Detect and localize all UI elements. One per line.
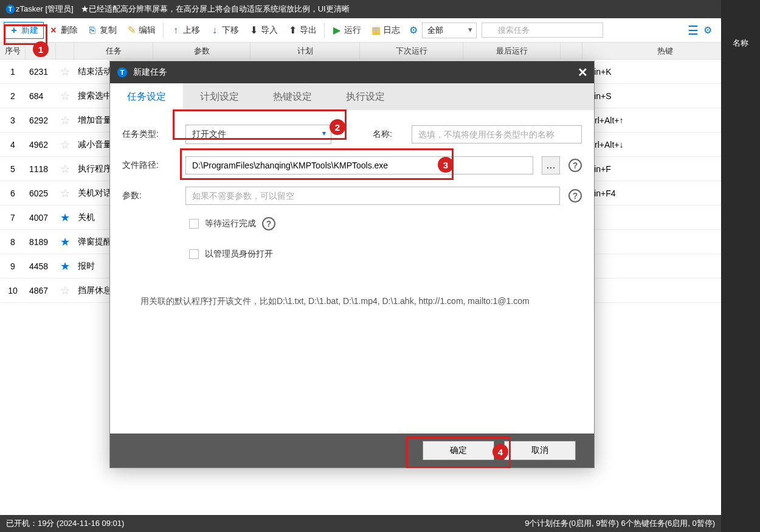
params-label: 参数: — [122, 190, 177, 201]
star-icon: ☆ — [60, 65, 70, 78]
run-label: 运行 — [344, 25, 361, 36]
new-button[interactable]: + 新建 — [4, 22, 44, 39]
edit-button[interactable]: ✎ 编辑 — [122, 22, 161, 38]
task-type-dropdown[interactable]: 打开文件 — [185, 125, 331, 144]
name-input[interactable] — [412, 125, 582, 143]
play-icon: ▶ — [332, 26, 342, 35]
cell-index: 1 — [0, 67, 26, 77]
moveup-button[interactable]: ↑ 上移 — [166, 22, 205, 38]
params-help-icon[interactable]: ? — [568, 189, 582, 202]
filter-dropdown[interactable]: 全部 — [422, 22, 477, 38]
arrow-down-icon: ↓ — [210, 26, 219, 35]
cell-star[interactable]: ☆ — [56, 284, 74, 297]
copy-label: 复制 — [100, 25, 117, 36]
app-logo-icon: T — [5, 4, 16, 15]
gear-icon[interactable]: ⚙ — [409, 26, 418, 35]
moveup-label: 上移 — [183, 25, 200, 36]
browse-button[interactable]: … — [542, 156, 560, 174]
tab-task-settings[interactable]: 任务设定 — [110, 83, 183, 110]
dialog-footer: 确定 取消 — [110, 434, 594, 468]
cell-index: 9 — [0, 261, 26, 271]
cell-index: 3 — [0, 116, 26, 125]
hint-text: 用关联的默认程序打开该文件，比如D:\1.txt, D:\1.bat, D:\1… — [140, 296, 582, 307]
export-button[interactable]: ⬆ 导出 — [283, 22, 322, 38]
cell-star[interactable]: ☆ — [56, 187, 74, 200]
col-id[interactable] — [26, 43, 56, 59]
cell-star[interactable]: ☆ — [56, 65, 74, 78]
col-status[interactable] — [561, 43, 582, 59]
star-icon: ☆ — [60, 138, 70, 151]
cell-star[interactable]: ★ — [56, 211, 74, 224]
tab-exec-settings[interactable]: 执行设定 — [329, 83, 402, 110]
movedown-button[interactable]: ↓ 下移 — [205, 22, 244, 38]
search-input[interactable] — [482, 22, 603, 38]
cell-star[interactable]: ☆ — [56, 114, 74, 127]
import-label: 导入 — [261, 25, 278, 36]
cell-id: 4007 — [26, 213, 56, 223]
cell-id: 6292 — [26, 116, 56, 125]
cell-id: 6231 — [26, 67, 56, 77]
admin-label: 以管理员身份打开 — [205, 249, 273, 260]
export-label: 导出 — [300, 25, 317, 36]
dialog-title: 新建任务 — [133, 67, 167, 78]
cell-star[interactable]: ☆ — [56, 162, 74, 176]
col-next[interactable]: 下次运行 — [360, 43, 463, 59]
cell-index: 7 — [0, 213, 26, 223]
admin-checkbox[interactable] — [189, 249, 199, 259]
cell-star[interactable]: ★ — [56, 260, 74, 273]
col-plan[interactable]: 计划 — [250, 43, 360, 59]
window-title: zTasker [管理员] — [16, 4, 74, 15]
col-last[interactable]: 最后运行 — [463, 43, 561, 59]
cell-id: 8189 — [26, 237, 56, 247]
log-button[interactable]: ▦ 日志 — [366, 22, 405, 38]
cell-id: 4867 — [26, 286, 56, 295]
filepath-input[interactable] — [185, 156, 533, 174]
task-type-value: 打开文件 — [192, 129, 226, 139]
star-icon: ☆ — [60, 284, 70, 297]
col-star[interactable] — [56, 43, 74, 59]
wait-checkbox[interactable] — [189, 219, 199, 229]
cell-star[interactable]: ☆ — [56, 89, 74, 103]
cell-id: 684 — [26, 91, 56, 101]
col-task[interactable]: 任务 — [74, 43, 153, 59]
copy-button[interactable]: ⎘ 复制 — [83, 22, 122, 38]
filepath-help-icon[interactable]: ? — [568, 159, 582, 172]
star-icon: ☆ — [60, 114, 70, 127]
new-label: 新建 — [21, 25, 38, 36]
star-icon: ★ — [60, 211, 70, 224]
filter-value: 全部 — [427, 26, 443, 35]
wait-help-icon[interactable]: ? — [262, 217, 275, 230]
dialog-tabs: 任务设定 计划设定 热键设定 执行设定 — [110, 83, 594, 110]
cell-index: 4 — [0, 140, 26, 150]
ok-button[interactable]: 确定 — [423, 441, 494, 460]
statusbar: 已开机：19分 (2024-11-16 09:01) 9个计划任务(0启用, 9… — [0, 515, 721, 532]
wait-label: 等待运行完成 — [205, 218, 256, 229]
star-icon: ☆ — [60, 187, 70, 200]
cell-index: 5 — [0, 164, 26, 174]
cell-star[interactable]: ☆ — [56, 138, 74, 151]
name-label: 名称: — [373, 129, 403, 140]
params-input[interactable] — [185, 187, 560, 205]
right-panel-name-label: 名称 — [721, 38, 760, 49]
cancel-button[interactable]: 取消 — [504, 441, 576, 460]
log-icon: ▦ — [371, 26, 381, 35]
tab-hotkey-settings[interactable]: 热键设定 — [256, 83, 329, 110]
tab-plan-settings[interactable]: 计划设定 — [183, 83, 256, 110]
cell-id: 1118 — [26, 164, 56, 174]
import-button[interactable]: ⬇ 导入 — [244, 22, 283, 38]
run-button[interactable]: ▶ 运行 — [327, 22, 366, 38]
dialog-close-button[interactable]: ✕ — [578, 65, 588, 80]
delete-button[interactable]: × 删除 — [44, 22, 83, 38]
list-view-icon[interactable]: ☰ — [688, 26, 698, 35]
cell-star[interactable]: ★ — [56, 235, 74, 249]
star-icon: ★ — [60, 235, 70, 249]
col-param[interactable]: 参数 — [153, 43, 250, 59]
toolbar: + 新建 × 删除 ⎘ 复制 ✎ 编辑 ↑ 上移 ↓ 下移 ⬇ 导入 ⬆ 导出 … — [0, 18, 760, 43]
cell-index: 8 — [0, 237, 26, 247]
settings-icon[interactable]: ⚙ — [703, 26, 713, 35]
col-index[interactable]: 序号 — [0, 43, 26, 59]
edit-icon: ✎ — [126, 26, 136, 35]
movedown-label: 下移 — [222, 25, 239, 36]
plus-icon: + — [9, 26, 19, 35]
cell-index: 6 — [0, 188, 26, 198]
